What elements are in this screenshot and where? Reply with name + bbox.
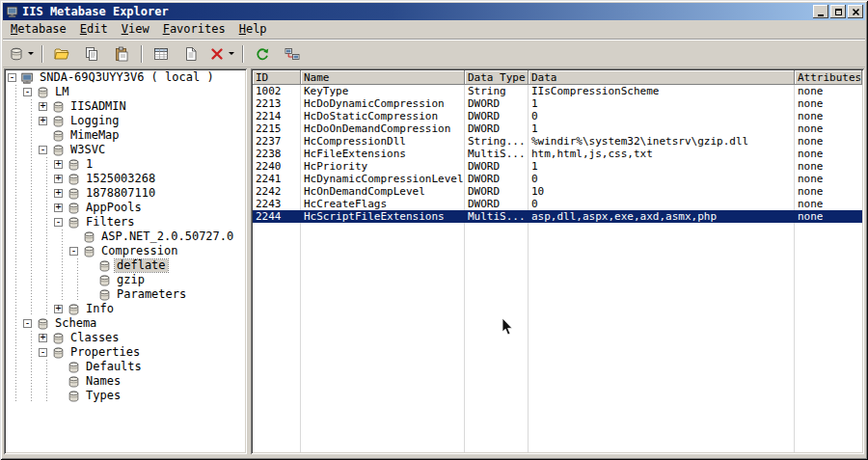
- tree-node[interactable]: +IISADMIN: [6, 99, 245, 114]
- menu-item-metabase[interactable]: Metabase: [4, 20, 73, 39]
- tree-node[interactable]: -Compression: [6, 244, 245, 258]
- tree-expand-toggle[interactable]: +: [39, 102, 47, 111]
- tree-node[interactable]: Parameters: [6, 287, 245, 302]
- tree-node-label[interactable]: SNDA-69Q3UYY3V6 ( local ): [38, 71, 216, 84]
- new-key-button[interactable]: [6, 43, 37, 65]
- tree-node[interactable]: +1878807110: [6, 186, 245, 201]
- tree-node-label[interactable]: deflate: [115, 259, 168, 272]
- menu-item-view[interactable]: View: [115, 20, 156, 39]
- menu-item-edit[interactable]: Edit: [73, 20, 115, 39]
- tree-node[interactable]: -Schema: [6, 316, 245, 331]
- table-row[interactable]: 2215HcDoOnDemandCompressionDWORD1none: [253, 122, 862, 135]
- tree-expand-toggle[interactable]: +: [54, 203, 63, 212]
- table-row[interactable]: 1002KeyTypeStringIIsCompressionSchemenon…: [253, 85, 862, 97]
- table-row[interactable]: 2214HcDoStaticCompressionDWORD0none: [253, 110, 862, 122]
- menu-item-favorites[interactable]: Favorites: [156, 20, 232, 39]
- title-bar[interactable]: IIS Metabase Explorer: [3, 3, 865, 20]
- tree-node-label[interactable]: LM: [53, 86, 70, 98]
- tree-expand-toggle[interactable]: -: [23, 88, 32, 96]
- close-button[interactable]: [848, 5, 863, 18]
- tree-node[interactable]: deflate: [6, 258, 245, 273]
- tree-node[interactable]: +Info: [6, 302, 245, 316]
- column-header-name[interactable]: Name: [301, 70, 465, 85]
- tree-node[interactable]: +1: [6, 157, 245, 172]
- tree-node[interactable]: Types: [6, 389, 245, 403]
- dropdown-arrow-icon[interactable]: [229, 52, 234, 55]
- table-row[interactable]: 2244HcScriptFileExtensionsMultiS...asp,d…: [253, 210, 862, 223]
- tree-node-label[interactable]: Info: [84, 303, 116, 315]
- tree-expand-toggle[interactable]: +: [54, 160, 63, 169]
- column-header-id[interactable]: ID: [253, 70, 301, 85]
- tree-indent: [8, 374, 54, 389]
- tree-expand-toggle[interactable]: -: [8, 73, 16, 82]
- tree-node-label[interactable]: Properties: [68, 346, 142, 359]
- tree-node[interactable]: ASP.NET_2.0.50727.0: [6, 230, 245, 244]
- tree-node-label[interactable]: 1525003268: [84, 173, 157, 185]
- tree-node-label[interactable]: MimeMap: [68, 129, 122, 142]
- tree-expand-toggle[interactable]: +: [54, 189, 63, 198]
- tree-node-label[interactable]: Logging: [68, 115, 122, 127]
- minimize-button[interactable]: [813, 5, 828, 18]
- tree-node[interactable]: +Classes: [6, 331, 245, 345]
- report-view-button[interactable]: [147, 43, 176, 65]
- connect-computer-button[interactable]: [278, 43, 307, 65]
- copy-button[interactable]: [77, 43, 106, 65]
- tree-node[interactable]: MimeMap: [6, 128, 245, 143]
- tree-node[interactable]: Defaults: [6, 360, 245, 374]
- table-row[interactable]: 2237HcCompressionDllString...%windir%\sy…: [253, 135, 862, 148]
- tree-node-label[interactable]: 1: [84, 158, 95, 171]
- tree-node[interactable]: -LM: [6, 85, 245, 99]
- tree-node[interactable]: -Properties: [6, 345, 245, 360]
- tree-node[interactable]: Names: [6, 374, 245, 389]
- tree-expand-toggle[interactable]: -: [39, 146, 47, 154]
- tree-node-label[interactable]: gzip: [115, 274, 147, 286]
- tree-node[interactable]: -SNDA-69Q3UYY3V6 ( local ): [6, 70, 245, 85]
- tree-expand-toggle[interactable]: +: [54, 305, 63, 313]
- tree-node-label[interactable]: Classes: [68, 332, 122, 344]
- dropdown-arrow-icon[interactable]: [28, 52, 34, 55]
- table-row[interactable]: 2243HcCreateFlagsDWORD0none: [253, 198, 862, 210]
- tree-node[interactable]: +AppPools: [6, 201, 245, 215]
- table-row[interactable]: 2240HcPriorityDWORD1none: [253, 160, 862, 173]
- tree-expand-toggle[interactable]: -: [54, 218, 63, 227]
- tree-node[interactable]: -Filters: [6, 215, 245, 230]
- tree-expand-toggle[interactable]: +: [54, 175, 63, 183]
- tree-node[interactable]: gzip: [6, 273, 245, 287]
- delete-button[interactable]: [206, 43, 237, 65]
- tree-node[interactable]: +1525003268: [6, 172, 245, 186]
- tree-node[interactable]: -W3SVC: [6, 143, 245, 157]
- table-row[interactable]: 2213HcDoDynamicCompressionDWORD1none: [253, 97, 862, 110]
- column-header-data-type[interactable]: Data Type: [465, 70, 529, 85]
- tree-node-label[interactable]: W3SVC: [68, 144, 107, 156]
- tree-node-label[interactable]: 1878807110: [84, 187, 157, 200]
- maximize-button[interactable]: [830, 5, 846, 18]
- menu-item-help[interactable]: Help: [232, 20, 274, 39]
- table-cell: [465, 235, 529, 248]
- tree-node-label[interactable]: AppPools: [84, 202, 144, 214]
- tree-node-label[interactable]: Compression: [99, 245, 179, 257]
- tree-expand-toggle[interactable]: +: [39, 117, 47, 125]
- tree-node-label[interactable]: Types: [84, 390, 122, 402]
- paste-button[interactable]: [107, 43, 136, 65]
- table-row[interactable]: 2238HcFileExtensionsMultiS...htm,html,js…: [253, 148, 862, 160]
- tree-node-label[interactable]: ASP.NET_2.0.50727.0: [99, 230, 235, 243]
- tree-node[interactable]: +Logging: [6, 114, 245, 128]
- new-record-button[interactable]: [176, 43, 205, 65]
- open-button[interactable]: [47, 43, 76, 65]
- column-header-attributes[interactable]: Attributes: [795, 70, 862, 85]
- tree-node-label[interactable]: IISADMIN: [68, 100, 128, 113]
- refresh-button[interactable]: [248, 43, 277, 65]
- table-cell: [465, 411, 529, 423]
- tree-node-label[interactable]: Schema: [53, 317, 98, 330]
- column-header-data[interactable]: Data: [529, 70, 795, 85]
- tree-expand-toggle[interactable]: -: [39, 348, 47, 357]
- tree-node-label[interactable]: Names: [84, 375, 122, 388]
- tree-expand-toggle[interactable]: -: [23, 319, 32, 328]
- tree-node-label[interactable]: Defaults: [84, 361, 144, 373]
- tree-expand-toggle[interactable]: +: [39, 334, 47, 342]
- table-row[interactable]: 2242HcOnDemandCompLevelDWORD10none: [253, 185, 862, 198]
- table-row[interactable]: 2241HcDynamicCompressionLevelDWORD0none: [253, 173, 862, 185]
- tree-node-label[interactable]: Filters: [84, 216, 137, 229]
- tree-expand-toggle[interactable]: -: [69, 247, 78, 256]
- tree-node-label[interactable]: Parameters: [115, 288, 188, 301]
